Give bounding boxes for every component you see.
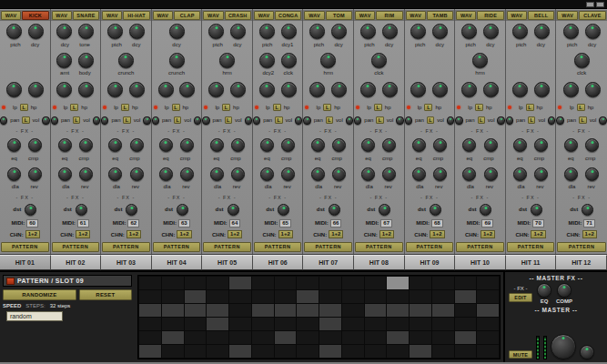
step-cell[interactable] — [252, 331, 274, 344]
tab-hit-09[interactable]: HIT 09 — [405, 255, 456, 270]
filter-freq-knob[interactable] — [107, 82, 123, 97]
filter-freq-knob[interactable] — [56, 82, 72, 97]
step-cell[interactable] — [252, 290, 274, 303]
step-cell[interactable] — [455, 290, 477, 303]
step-cell[interactable] — [365, 277, 387, 289]
step-cell[interactable] — [432, 345, 454, 358]
cmp-knob[interactable] — [585, 138, 599, 152]
step-cell[interactable] — [387, 331, 409, 344]
step-cell[interactable] — [387, 277, 409, 289]
filter-freq-knob[interactable] — [309, 82, 325, 97]
rev-knob[interactable] — [585, 167, 599, 181]
ptch-knob[interactable] — [259, 24, 275, 39]
step-cell[interactable] — [365, 318, 387, 330]
output-link-button[interactable]: L — [225, 116, 232, 124]
drum-name-button[interactable]: CLAVE — [579, 11, 606, 20]
step-cell[interactable] — [275, 331, 297, 344]
rev-knob[interactable] — [534, 167, 548, 181]
pattern-button[interactable]: PATTERN — [456, 242, 504, 252]
dla-knob[interactable] — [58, 167, 72, 181]
eq-knob[interactable] — [462, 138, 476, 152]
filter-res-knob[interactable] — [382, 82, 398, 97]
filter-link-button[interactable]: L — [20, 104, 28, 111]
filter-res-knob[interactable] — [281, 82, 297, 97]
step-cell[interactable] — [455, 304, 477, 317]
step-cell[interactable] — [185, 277, 207, 289]
dla-knob[interactable] — [108, 167, 122, 181]
ptch-knob[interactable] — [563, 24, 579, 39]
pan-knob[interactable] — [556, 116, 564, 125]
step-cell[interactable] — [387, 304, 409, 317]
rev-knob[interactable] — [180, 167, 194, 181]
eq-knob[interactable] — [58, 138, 72, 152]
filter-res-knob[interactable] — [585, 82, 601, 97]
step-cell[interactable] — [477, 318, 499, 330]
step-cell[interactable] — [319, 331, 341, 344]
master-volume-knob[interactable] — [551, 334, 576, 359]
step-cell[interactable] — [207, 331, 228, 344]
drum-name-button[interactable]: SNARE — [73, 11, 99, 20]
wav-button[interactable]: WAV — [1, 11, 21, 20]
step-cell[interactable] — [229, 331, 251, 344]
filter-res-knob[interactable] — [78, 82, 94, 97]
master-comp-knob[interactable] — [557, 283, 572, 298]
step-cell[interactable] — [432, 290, 454, 303]
step-cell[interactable] — [365, 290, 387, 303]
output-link-button[interactable]: L — [376, 116, 383, 124]
chn-value[interactable]: 1+2 — [329, 230, 343, 238]
ptch-knob[interactable] — [309, 24, 325, 39]
vol-knob[interactable] — [497, 116, 504, 125]
tab-hit-05[interactable]: HIT 05 — [202, 255, 253, 270]
step-cell[interactable] — [252, 277, 274, 289]
step-cell[interactable] — [275, 290, 297, 303]
filter-link-button[interactable]: L — [526, 104, 534, 111]
output-link-button[interactable]: L — [478, 116, 485, 124]
midi-value[interactable]: 63 — [178, 219, 190, 228]
drum-name-button[interactable]: CONGA — [275, 11, 301, 20]
filter-freq-knob[interactable] — [6, 82, 22, 97]
wav-button[interactable]: WAV — [254, 11, 274, 20]
rev-knob[interactable] — [231, 167, 245, 181]
tab-hit-08[interactable]: HIT 08 — [354, 255, 405, 270]
step-cell[interactable] — [319, 304, 341, 317]
wav-button[interactable]: WAV — [355, 11, 375, 20]
eq-knob[interactable] — [361, 138, 375, 152]
dla-knob[interactable] — [513, 167, 527, 181]
step-cell[interactable] — [319, 290, 341, 303]
rev-knob[interactable] — [433, 167, 447, 181]
cmp-knob[interactable] — [130, 138, 144, 152]
step-cell[interactable] — [185, 304, 207, 317]
wav-button[interactable]: WAV — [507, 11, 527, 20]
wav-button[interactable]: WAV — [102, 11, 122, 20]
step-cell[interactable] — [185, 331, 207, 344]
dst-knob[interactable] — [228, 204, 239, 216]
step-cell[interactable] — [139, 277, 161, 289]
chn-value[interactable]: 1+2 — [76, 230, 90, 238]
step-cell[interactable] — [275, 345, 297, 358]
filter-freq-knob[interactable] — [410, 82, 426, 97]
dla-knob[interactable] — [361, 167, 375, 181]
pan-knob[interactable] — [0, 116, 7, 125]
filter-res-knob[interactable] — [230, 82, 246, 97]
dst-knob[interactable] — [480, 204, 491, 216]
filter-freq-knob[interactable] — [259, 82, 275, 97]
pan-knob[interactable] — [506, 116, 513, 125]
pattern-button[interactable]: PATTERN — [153, 242, 201, 252]
wav-button[interactable]: WAV — [203, 11, 223, 20]
ptch-knob[interactable] — [6, 24, 22, 39]
filter-link-button[interactable]: L — [273, 104, 281, 111]
step-cell[interactable] — [207, 304, 228, 317]
filter-link-button[interactable]: L — [374, 104, 382, 111]
tab-hit-06[interactable]: HIT 06 — [253, 255, 304, 270]
pan-knob[interactable] — [303, 116, 310, 125]
ptch-knob[interactable] — [512, 24, 528, 39]
step-cell[interactable] — [229, 277, 251, 289]
step-cell[interactable] — [410, 318, 431, 330]
drum-name-button[interactable]: KICK — [22, 11, 48, 20]
step-cell[interactable] — [319, 277, 341, 289]
dcy1-knob[interactable] — [281, 24, 297, 39]
step-cell[interactable] — [455, 277, 477, 289]
midi-value[interactable]: 60 — [26, 219, 38, 228]
reset-button[interactable]: RESET — [79, 289, 132, 300]
vol-knob[interactable] — [93, 116, 100, 125]
